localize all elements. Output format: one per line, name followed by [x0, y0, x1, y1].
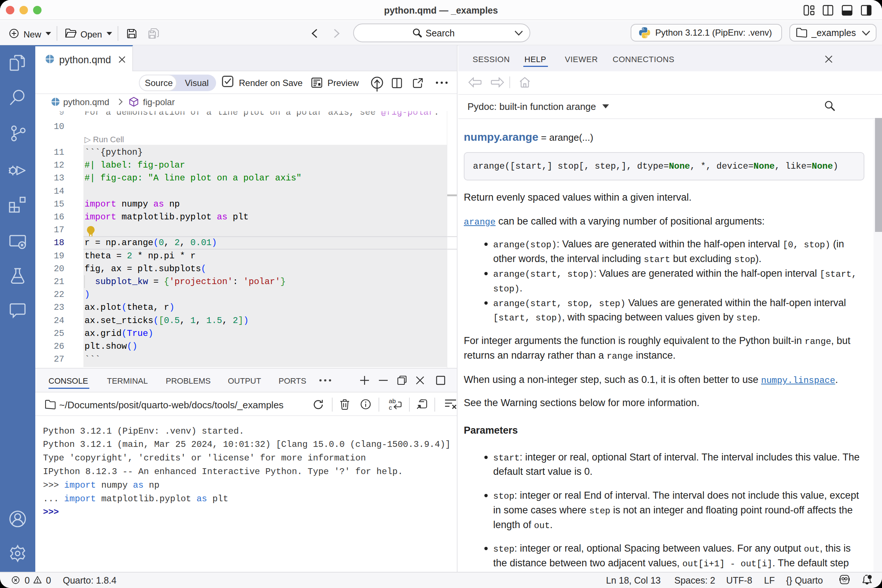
- svg-text:ab: ab: [389, 398, 396, 405]
- svg-text:c: c: [389, 404, 392, 411]
